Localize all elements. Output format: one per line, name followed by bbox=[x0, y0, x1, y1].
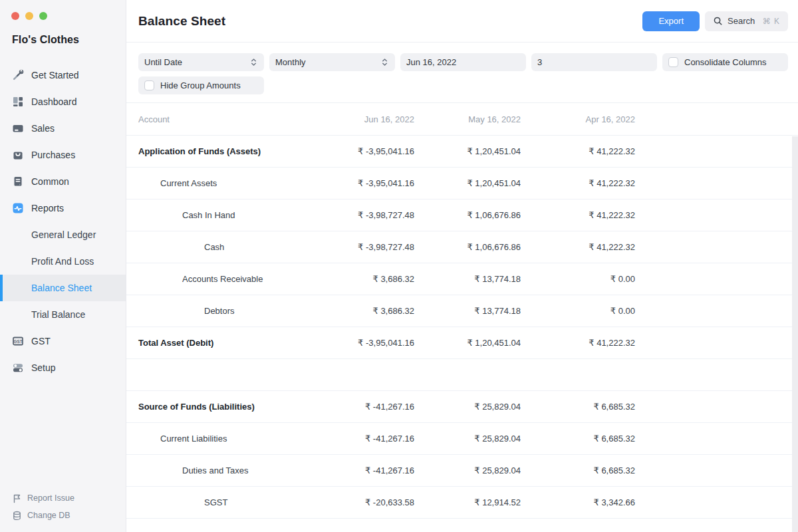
table-row: SGST₹ -20,633.58₹ 12,914.52₹ 3,342.66 bbox=[126, 487, 798, 519]
amount-cell: ₹ 1,06,676.86 bbox=[414, 210, 521, 220]
amount-cell: ₹ 1,20,451.04 bbox=[414, 178, 521, 188]
amount-cell: ₹ 1,20,451.04 bbox=[414, 146, 521, 156]
table-row: Accounts Receivable₹ 3,686.32₹ 13,774.18… bbox=[126, 263, 798, 295]
toggles-icon bbox=[12, 362, 24, 374]
sidebar-item-setup[interactable]: Setup bbox=[0, 354, 126, 381]
sidebar-item-trial-balance[interactable]: Trial Balance bbox=[0, 301, 126, 328]
database-icon bbox=[12, 511, 22, 521]
amount-cell: ₹ 41,222.32 bbox=[521, 338, 635, 348]
account-cell: Cash bbox=[126, 242, 308, 252]
table-row: Total Asset (Debit)₹ -3,95,041.16₹ 1,20,… bbox=[126, 327, 798, 359]
amount-cell: ₹ 3,342.66 bbox=[521, 497, 635, 507]
amount-cell: ₹ 25,829.04 bbox=[414, 434, 521, 444]
column-header-account: Account bbox=[126, 114, 308, 124]
sidebar-item-purchases[interactable]: Purchases bbox=[0, 142, 126, 168]
amount-cell: ₹ 25,829.04 bbox=[414, 402, 521, 412]
sidebar-item-label: Common bbox=[31, 176, 69, 187]
sidebar-item-get-started[interactable]: Get Started bbox=[0, 62, 126, 88]
amount-cell: ₹ 13,774.18 bbox=[414, 274, 521, 284]
sidebar-subitem-label: Balance Sheet bbox=[31, 283, 92, 293]
sidebar-item-label: Purchases bbox=[31, 150, 75, 160]
gst-badge-icon: GST bbox=[12, 335, 24, 347]
table-row: Cash In Hand₹ -3,98,727.48₹ 1,06,676.86₹… bbox=[126, 200, 798, 231]
tools-icon bbox=[12, 69, 24, 81]
sidebar-item-reports[interactable]: Reports bbox=[0, 195, 126, 221]
hide-group-amounts-checkbox[interactable]: Hide Group Amounts bbox=[138, 76, 264, 94]
sidebar-item-label: Get Started bbox=[31, 70, 79, 80]
sidebar-item-dashboard[interactable]: Dashboard bbox=[0, 88, 126, 115]
document-icon bbox=[12, 176, 24, 188]
count-input[interactable]: 3 bbox=[531, 53, 657, 71]
to-date-value: Jun 16, 2022 bbox=[406, 57, 456, 67]
sidebar-item-general-ledger[interactable]: General Ledger bbox=[0, 221, 126, 248]
amount-cell: ₹ 6,685.32 bbox=[521, 434, 635, 444]
to-date-input[interactable]: Jun 16, 2022 bbox=[400, 53, 526, 71]
pulse-icon bbox=[12, 202, 24, 214]
table-header-row: Account Jun 16, 2022 May 16, 2022 Apr 16… bbox=[126, 103, 798, 136]
vertical-scrollbar[interactable] bbox=[792, 136, 798, 532]
interval-select[interactable]: Monthly bbox=[269, 53, 395, 71]
amount-cell: ₹ 25,829.04 bbox=[414, 466, 521, 475]
sidebar-item-balance-sheet[interactable]: Balance Sheet bbox=[0, 275, 126, 301]
amount-cell: ₹ -3,95,041.16 bbox=[308, 146, 414, 156]
sidebar-footer: Report Issue Change DB bbox=[0, 489, 126, 524]
sidebar: Flo's Clothes Get Started Dashboard Sale… bbox=[0, 0, 126, 532]
amount-cell: ₹ -41,267.16 bbox=[308, 434, 414, 444]
amount-cell: ₹ 6,685.32 bbox=[521, 402, 635, 412]
close-window-button[interactable] bbox=[11, 12, 19, 20]
window-controls bbox=[0, 12, 126, 20]
svg-text:GST: GST bbox=[13, 339, 22, 344]
period-basis-select[interactable]: Until Date bbox=[138, 53, 264, 71]
consolidate-columns-checkbox[interactable]: Consolidate Columns bbox=[662, 53, 788, 71]
table-row: Duties and Taxes₹ -41,267.16₹ 25,829.04₹… bbox=[126, 455, 798, 487]
amount-cell: ₹ 3,686.32 bbox=[308, 306, 414, 316]
amount-cell: ₹ -41,267.16 bbox=[308, 402, 414, 412]
sidebar-subitem-label: Profit And Loss bbox=[31, 256, 94, 267]
amount-cell: ₹ 1,06,676.86 bbox=[414, 242, 521, 252]
account-cell: Source of Funds (Liabilities) bbox=[126, 402, 308, 412]
hide-group-amounts-label: Hide Group Amounts bbox=[160, 80, 241, 90]
grid-icon bbox=[12, 96, 24, 108]
amount-cell: ₹ -20,633.58 bbox=[308, 497, 414, 507]
amount-cell: ₹ 0.00 bbox=[521, 274, 635, 284]
sidebar-subitem-label: Trial Balance bbox=[31, 309, 85, 320]
report-issue-link[interactable]: Report Issue bbox=[0, 489, 126, 507]
table-row: Application of Funds (Assets)₹ -3,95,041… bbox=[126, 136, 798, 168]
amount-cell: ₹ 12,914.52 bbox=[414, 497, 521, 507]
main-header: Balance Sheet Export Search ⌘ K bbox=[126, 0, 798, 43]
minimize-window-button[interactable] bbox=[25, 12, 33, 20]
table-row: Cash₹ -3,98,727.48₹ 1,06,676.86₹ 41,222.… bbox=[126, 231, 798, 263]
amount-cell: ₹ -3,98,727.48 bbox=[308, 210, 414, 220]
amount-cell: ₹ -3,98,727.48 bbox=[308, 242, 414, 252]
sidebar-item-label: GST bbox=[31, 336, 51, 346]
header-actions: Export Search ⌘ K bbox=[642, 11, 788, 31]
search-button[interactable]: Search ⌘ K bbox=[705, 11, 788, 31]
amount-cell: ₹ -41,267.16 bbox=[308, 466, 414, 475]
account-cell: Duties and Taxes bbox=[126, 466, 308, 475]
chevron-updown-icon bbox=[249, 57, 258, 67]
maximize-window-button[interactable] bbox=[39, 12, 47, 20]
interval-value: Monthly bbox=[275, 57, 306, 67]
amount-cell: ₹ -3,95,041.16 bbox=[308, 178, 414, 188]
page-title: Balance Sheet bbox=[138, 14, 225, 29]
sidebar-item-sales[interactable]: Sales bbox=[0, 115, 126, 142]
account-cell: Debtors bbox=[126, 306, 308, 316]
sidebar-item-label: Sales bbox=[31, 123, 55, 134]
sidebar-item-gst[interactable]: GST GST bbox=[0, 328, 126, 354]
account-cell: Accounts Receivable bbox=[126, 274, 308, 284]
search-shortcut: ⌘ K bbox=[763, 17, 780, 26]
amount-cell: ₹ -3,95,041.16 bbox=[308, 338, 414, 348]
column-header-period-2: May 16, 2022 bbox=[414, 114, 521, 124]
sidebar-item-profit-and-loss[interactable]: Profit And Loss bbox=[0, 248, 126, 275]
sidebar-item-label: Setup bbox=[31, 362, 56, 373]
consolidate-columns-label: Consolidate Columns bbox=[684, 57, 767, 67]
sidebar-subitem-label: General Ledger bbox=[31, 229, 96, 240]
sidebar-item-common[interactable]: Common bbox=[0, 168, 126, 195]
account-cell: Total Asset (Debit) bbox=[126, 338, 308, 348]
checkbox-box bbox=[144, 80, 154, 90]
amount-cell: ₹ 41,222.32 bbox=[521, 242, 635, 252]
export-button[interactable]: Export bbox=[642, 11, 700, 31]
table-row: Source of Funds (Liabilities)₹ -41,267.1… bbox=[126, 391, 798, 423]
change-db-link[interactable]: Change DB bbox=[0, 507, 126, 524]
amount-cell: ₹ 1,20,451.04 bbox=[414, 338, 521, 348]
